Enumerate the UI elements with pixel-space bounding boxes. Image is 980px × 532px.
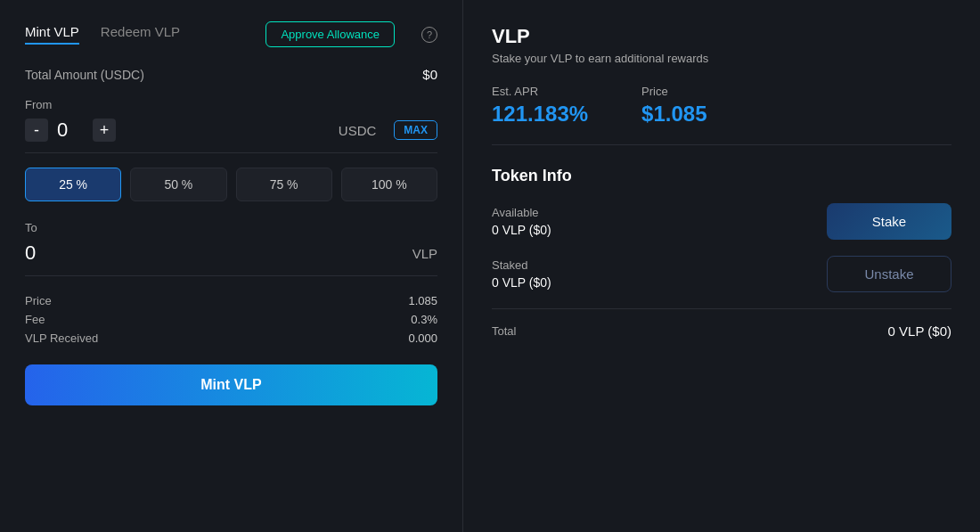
tab-redeem[interactable]: Redeem VLP <box>101 24 180 45</box>
staked-value: 0 VLP ($0) <box>492 275 551 290</box>
percentage-row: 25 % 50 % 75 % 100 % <box>25 168 437 201</box>
from-currency-label: USDC <box>339 123 377 138</box>
vlp-subtitle: Stake your VLP to earn additional reward… <box>492 52 951 65</box>
divider <box>492 308 951 309</box>
available-row: Available 0 VLP ($0) Stake <box>492 203 951 240</box>
approve-allowance-button[interactable]: Approve Allowance <box>265 21 395 47</box>
staked-row: Staked 0 VLP ($0) Unstake <box>492 256 951 292</box>
price-value: 1.085 <box>408 294 437 307</box>
price-label: Price <box>25 294 52 307</box>
mint-vlp-button[interactable]: Mint VLP <box>25 364 437 405</box>
pct-button-25[interactable]: 25 % <box>25 168 121 201</box>
right-price-label: Price <box>641 85 706 98</box>
price-row: Price 1.085 <box>25 294 437 307</box>
available-value: 0 VLP ($0) <box>492 223 551 237</box>
stake-button[interactable]: Stake <box>827 203 951 240</box>
right-panel: VLP Stake your VLP to earn additional re… <box>463 0 980 532</box>
total-amount-row: Total Amount (USDC) $0 <box>25 67 437 82</box>
pct-button-75[interactable]: 75 % <box>236 168 332 201</box>
help-icon[interactable]: ? <box>421 27 437 43</box>
available-label: Available <box>492 206 551 219</box>
apr-value: 121.183% <box>492 102 588 127</box>
to-currency-label: VLP <box>412 246 437 261</box>
apr-price-row: Est. APR 121.183% Price $1.085 <box>492 85 951 145</box>
from-input-row: - 0 + USDC MAX <box>25 119 437 153</box>
vlp-received-label: VLP Received <box>25 331 98 345</box>
right-price-value: $1.085 <box>641 102 706 127</box>
from-value: 0 <box>57 119 84 142</box>
from-label: From <box>25 98 437 111</box>
fee-row: Fee 0.3% <box>25 313 437 326</box>
vlp-received-value: 0.000 <box>408 331 437 345</box>
to-label: To <box>25 221 437 234</box>
total-label: Total <box>492 324 516 338</box>
to-row: 0 VLP <box>25 241 437 265</box>
to-value: 0 <box>25 241 36 265</box>
total-value: 0 VLP ($0) <box>888 323 951 339</box>
pct-button-100[interactable]: 100 % <box>341 168 437 201</box>
tabs-row: Mint VLP Redeem VLP Approve Allowance ? <box>25 21 437 47</box>
fee-value: 0.3% <box>411 313 437 326</box>
info-rows: Price 1.085 Fee 0.3% VLP Received 0.000 <box>25 294 437 345</box>
staked-label: Staked <box>492 258 551 272</box>
to-section: To 0 VLP <box>25 221 437 276</box>
token-info-title: Token Info <box>492 167 951 185</box>
total-row: Total 0 VLP ($0) <box>492 323 951 339</box>
unstake-button[interactable]: Unstake <box>827 256 951 292</box>
left-panel: Mint VLP Redeem VLP Approve Allowance ? … <box>0 0 463 532</box>
pct-button-50[interactable]: 50 % <box>130 168 226 201</box>
decrement-button[interactable]: - <box>25 119 48 142</box>
increment-button[interactable]: + <box>93 119 116 142</box>
tab-mint[interactable]: Mint VLP <box>25 24 79 45</box>
price-block: Price $1.085 <box>641 85 706 127</box>
vlp-title: VLP <box>492 25 951 48</box>
vlp-received-row: VLP Received 0.000 <box>25 331 437 345</box>
apr-block: Est. APR 121.183% <box>492 85 588 127</box>
max-button[interactable]: MAX <box>394 120 437 140</box>
apr-label: Est. APR <box>492 85 588 98</box>
total-amount-label: Total Amount (USDC) <box>25 68 144 82</box>
fee-label: Fee <box>25 313 45 326</box>
total-amount-value: $0 <box>422 67 437 82</box>
